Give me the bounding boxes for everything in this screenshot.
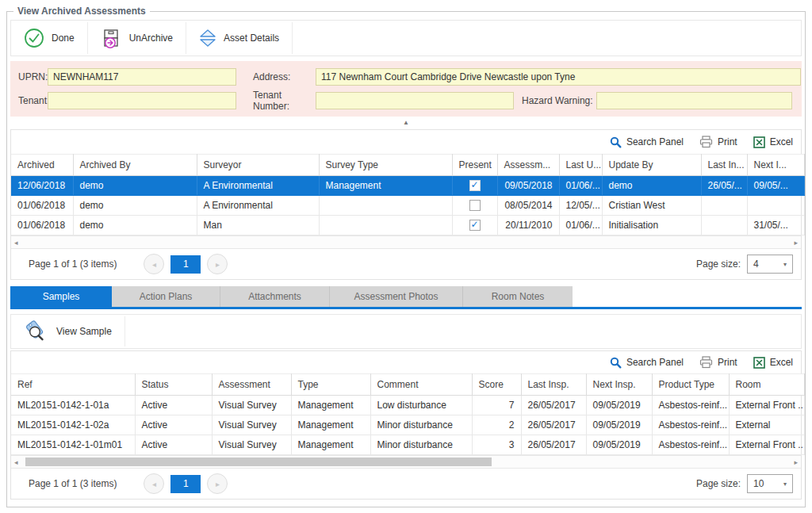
excel-icon bbox=[753, 357, 765, 369]
tenant-input[interactable] bbox=[48, 92, 236, 109]
cell-room: External bbox=[729, 415, 804, 435]
excel-export-button[interactable]: Excel bbox=[753, 136, 793, 148]
collapse-arrow-icon[interactable]: ▲ bbox=[403, 119, 409, 126]
column-header-type[interactable]: Type bbox=[291, 374, 370, 396]
assessments-table: Archived Archived By Surveyor Survey Typ… bbox=[11, 154, 805, 235]
pager-next-button[interactable]: ▸ bbox=[207, 254, 228, 274]
collapse-splitter[interactable]: ▲ bbox=[7, 117, 805, 128]
cell-assessment-date: 08/05/2014 bbox=[497, 196, 559, 216]
tab-samples[interactable]: Samples bbox=[10, 286, 112, 307]
column-header-room[interactable]: Room bbox=[729, 374, 804, 396]
pager-page-button[interactable]: 1 bbox=[170, 475, 201, 493]
horizontal-scrollbar[interactable]: ◂ ▸ bbox=[11, 455, 801, 468]
pager-prev-button[interactable]: ◂ bbox=[144, 254, 164, 274]
scroll-right-icon[interactable]: ▸ bbox=[794, 238, 798, 247]
unarchive-button[interactable]: UnArchive bbox=[88, 21, 186, 56]
address-label: Address: bbox=[248, 71, 316, 82]
scroll-left-icon[interactable]: ◂ bbox=[14, 457, 18, 467]
view-sample-button-label: View Sample bbox=[56, 326, 112, 337]
cell-product-type: Asbestos-reinf... bbox=[652, 396, 729, 415]
hazard-warning-input[interactable] bbox=[596, 92, 792, 109]
active-tab-underline bbox=[10, 307, 802, 309]
search-panel-label: Search Panel bbox=[626, 136, 684, 147]
column-header-archived-by[interactable]: Archived By bbox=[73, 155, 197, 176]
print-button[interactable]: Print bbox=[699, 356, 737, 369]
tenant-number-input[interactable] bbox=[316, 92, 514, 109]
scroll-left-icon[interactable]: ◂ bbox=[14, 238, 18, 247]
cell-comment: Minor disturbance bbox=[370, 435, 472, 455]
column-header-ref[interactable]: Ref bbox=[11, 374, 135, 396]
cell-next-insp bbox=[747, 196, 804, 216]
sample-row[interactable]: ML20151-0142-1-01m01 Active Visual Surve… bbox=[11, 435, 804, 455]
cell-last-update: 12/05/... bbox=[559, 196, 602, 216]
column-header-next-insp[interactable]: Next I... bbox=[747, 155, 804, 176]
excel-export-button[interactable]: Excel bbox=[753, 357, 793, 369]
tab-room-notes[interactable]: Room Notes bbox=[463, 286, 573, 307]
cell-assessment: Visual Survey bbox=[212, 435, 291, 455]
cell-last-update: 01/06/... bbox=[559, 216, 602, 235]
column-header-assessment[interactable]: Assessment bbox=[212, 374, 291, 396]
scroll-right-icon[interactable]: ▸ bbox=[794, 457, 798, 467]
page-size-dropdown[interactable]: 4 ▾ bbox=[747, 255, 793, 274]
page-size-label: Page size: bbox=[696, 258, 741, 270]
cell-status: Active bbox=[135, 415, 212, 435]
asset-details-button[interactable]: Asset Details bbox=[186, 21, 292, 56]
column-header-product-type[interactable]: Product Type bbox=[652, 374, 729, 396]
address-input[interactable] bbox=[316, 68, 801, 86]
present-checkbox[interactable] bbox=[469, 200, 481, 211]
assessment-row[interactable]: 01/06/2018 demo Man 20/11/2010 01/06/...… bbox=[11, 216, 804, 235]
check-circle-icon bbox=[24, 28, 44, 48]
present-checkbox[interactable] bbox=[469, 180, 481, 191]
pager-next-button[interactable]: ▸ bbox=[207, 473, 228, 494]
column-header-survey-type[interactable]: Survey Type bbox=[319, 155, 452, 176]
column-header-present[interactable]: Present bbox=[452, 155, 497, 176]
page-size-label: Page size: bbox=[696, 478, 741, 489]
uprn-input[interactable] bbox=[48, 68, 236, 86]
uprn-label: UPRN: bbox=[10, 71, 48, 82]
tab-action-plans[interactable]: Action Plans bbox=[112, 286, 220, 307]
column-header-surveyor[interactable]: Surveyor bbox=[197, 155, 319, 176]
pager-page-button[interactable]: 1 bbox=[170, 255, 201, 274]
search-panel-button[interactable]: Search Panel bbox=[610, 136, 684, 148]
cell-assessment-date: 09/05/2018 bbox=[497, 176, 559, 196]
search-panel-button[interactable]: Search Panel bbox=[610, 357, 684, 369]
column-header-assessment-date[interactable]: Assessm... bbox=[497, 155, 559, 176]
sample-row[interactable]: ML20151-0142-1-02a Active Visual Survey … bbox=[11, 415, 804, 435]
tab-attachments[interactable]: Attachments bbox=[220, 286, 330, 307]
page-size-area: Page size: 4 ▾ bbox=[696, 255, 793, 274]
pager-prev-button[interactable]: ◂ bbox=[144, 473, 164, 494]
column-header-next-insp[interactable]: Next Insp. bbox=[586, 374, 652, 396]
view-sample-button[interactable]: View Sample bbox=[11, 315, 124, 348]
tab-assessment-photos[interactable]: Assessment Photos bbox=[330, 286, 463, 307]
column-header-score[interactable]: Score bbox=[472, 374, 521, 396]
column-header-status[interactable]: Status bbox=[135, 374, 212, 396]
form-row: UPRN: Address: bbox=[10, 67, 802, 86]
page-size-value: 10 bbox=[753, 478, 764, 489]
print-button[interactable]: Print bbox=[699, 136, 737, 148]
chevron-left-icon: ◂ bbox=[152, 480, 156, 488]
toolbar-separator bbox=[124, 316, 125, 346]
column-header-comment[interactable]: Comment bbox=[370, 374, 472, 396]
column-header-last-update[interactable]: Last U... bbox=[559, 155, 602, 176]
toolbar-separator bbox=[292, 22, 293, 54]
column-header-archived[interactable]: Archived bbox=[11, 155, 73, 176]
column-header-last-insp[interactable]: Last Insp. bbox=[521, 374, 586, 396]
cell-archived-by: demo bbox=[73, 176, 197, 196]
cell-archived-by: demo bbox=[73, 196, 197, 216]
cell-surveyor: A Environmental bbox=[197, 176, 319, 196]
page-size-dropdown[interactable]: 10 ▾ bbox=[747, 474, 793, 493]
column-header-last-insp[interactable]: Last In... bbox=[701, 155, 747, 176]
done-button[interactable]: Done bbox=[11, 21, 87, 56]
assessment-row[interactable]: 01/06/2018 demo A Environmental 08/05/20… bbox=[11, 196, 804, 216]
cell-last-insp bbox=[701, 216, 747, 235]
assessment-row[interactable]: 12/06/2018 demo A Environmental Manageme… bbox=[11, 176, 804, 196]
horizontal-scrollbar[interactable]: ◂ ▸ bbox=[11, 235, 801, 248]
chevron-right-icon: ▸ bbox=[216, 260, 220, 269]
pager-summary: Page 1 of 1 (3 items) bbox=[29, 478, 117, 489]
present-checkbox[interactable] bbox=[469, 220, 481, 231]
column-header-update-by[interactable]: Update By bbox=[602, 155, 701, 176]
pager-nav: ◂ 1 ▸ bbox=[144, 473, 228, 494]
sample-row[interactable]: ML20151-0142-1-01a Active Visual Survey … bbox=[11, 396, 804, 415]
scrollbar-thumb[interactable] bbox=[25, 457, 492, 466]
cell-last-insp bbox=[701, 196, 747, 216]
